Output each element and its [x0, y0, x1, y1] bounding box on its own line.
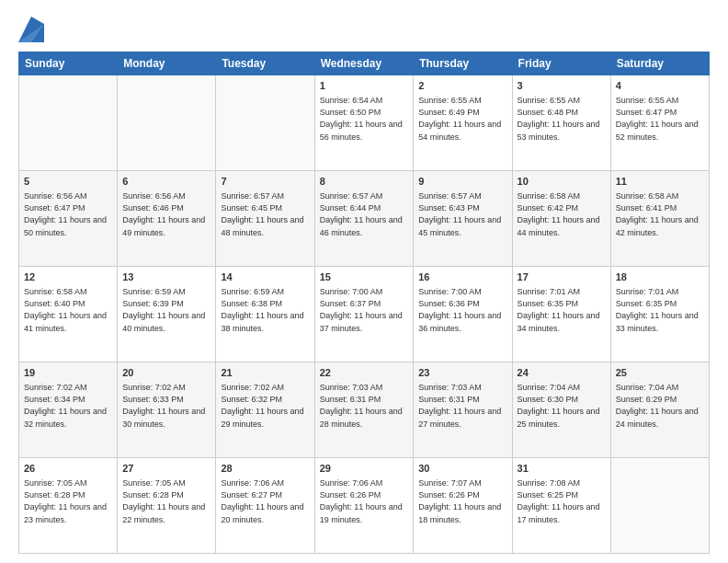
- day-info: Sunrise: 6:59 AM Sunset: 6:39 PM Dayligh…: [122, 286, 210, 334]
- calendar-cell: 29Sunrise: 7:06 AM Sunset: 6:26 PM Dayli…: [314, 458, 414, 554]
- calendar-cell: 18Sunrise: 7:01 AM Sunset: 6:35 PM Dayli…: [610, 267, 709, 362]
- day-info: Sunrise: 7:08 AM Sunset: 6:25 PM Dayligh…: [518, 477, 606, 525]
- weekday-header-wednesday: Wednesday: [314, 52, 414, 75]
- day-number: 23: [418, 366, 506, 380]
- day-info: Sunrise: 7:04 AM Sunset: 6:29 PM Dayligh…: [616, 382, 704, 430]
- day-number: 11: [616, 175, 704, 189]
- calendar-cell: 17Sunrise: 7:01 AM Sunset: 6:35 PM Dayli…: [512, 267, 610, 362]
- day-info: Sunrise: 7:02 AM Sunset: 6:34 PM Dayligh…: [24, 382, 112, 430]
- day-number: 15: [320, 270, 409, 284]
- calendar-cell: 16Sunrise: 7:00 AM Sunset: 6:36 PM Dayli…: [414, 267, 512, 362]
- day-number: 27: [122, 462, 210, 476]
- day-number: 30: [418, 462, 506, 476]
- day-number: 2: [418, 79, 506, 93]
- day-number: 19: [24, 366, 112, 380]
- day-info: Sunrise: 6:55 AM Sunset: 6:49 PM Dayligh…: [418, 95, 506, 143]
- page: SundayMondayTuesdayWednesdayThursdayFrid…: [0, 0, 728, 563]
- day-info: Sunrise: 7:07 AM Sunset: 6:26 PM Dayligh…: [418, 477, 506, 525]
- weekday-header-friday: Friday: [512, 52, 610, 75]
- header: [18, 15, 710, 42]
- calendar-cell: 1Sunrise: 6:54 AM Sunset: 6:50 PM Daylig…: [314, 75, 414, 171]
- day-number: 9: [418, 175, 506, 189]
- day-info: Sunrise: 6:58 AM Sunset: 6:42 PM Dayligh…: [518, 190, 606, 238]
- day-number: 7: [221, 175, 309, 189]
- calendar-cell: 28Sunrise: 7:06 AM Sunset: 6:27 PM Dayli…: [216, 458, 314, 554]
- day-info: Sunrise: 7:01 AM Sunset: 6:35 PM Dayligh…: [616, 286, 704, 334]
- day-number: 12: [24, 270, 112, 284]
- weekday-header-monday: Monday: [118, 52, 216, 75]
- calendar-cell: 10Sunrise: 6:58 AM Sunset: 6:42 PM Dayli…: [512, 171, 610, 267]
- day-number: 21: [221, 366, 309, 380]
- calendar-cell: [118, 75, 216, 171]
- day-info: Sunrise: 7:00 AM Sunset: 6:36 PM Dayligh…: [418, 286, 506, 334]
- calendar-cell: 2Sunrise: 6:55 AM Sunset: 6:49 PM Daylig…: [414, 75, 512, 171]
- day-number: 13: [122, 270, 210, 284]
- calendar: SundayMondayTuesdayWednesdayThursdayFrid…: [18, 52, 710, 554]
- day-info: Sunrise: 7:06 AM Sunset: 6:26 PM Dayligh…: [320, 477, 409, 525]
- calendar-cell: 4Sunrise: 6:55 AM Sunset: 6:47 PM Daylig…: [610, 75, 709, 171]
- day-info: Sunrise: 6:58 AM Sunset: 6:41 PM Dayligh…: [616, 190, 704, 238]
- calendar-cell: 26Sunrise: 7:05 AM Sunset: 6:28 PM Dayli…: [19, 458, 118, 554]
- day-number: 10: [518, 175, 606, 189]
- calendar-cell: 11Sunrise: 6:58 AM Sunset: 6:41 PM Dayli…: [610, 171, 709, 267]
- calendar-cell: 8Sunrise: 6:57 AM Sunset: 6:44 PM Daylig…: [314, 171, 414, 267]
- calendar-cell: 21Sunrise: 7:02 AM Sunset: 6:32 PM Dayli…: [216, 362, 314, 458]
- day-info: Sunrise: 7:03 AM Sunset: 6:31 PM Dayligh…: [320, 382, 409, 430]
- day-number: 31: [518, 462, 606, 476]
- day-info: Sunrise: 6:57 AM Sunset: 6:43 PM Dayligh…: [418, 190, 506, 238]
- week-row-2: 5Sunrise: 6:56 AM Sunset: 6:47 PM Daylig…: [19, 171, 710, 267]
- day-info: Sunrise: 6:57 AM Sunset: 6:45 PM Dayligh…: [221, 190, 309, 238]
- calendar-cell: 31Sunrise: 7:08 AM Sunset: 6:25 PM Dayli…: [512, 458, 610, 554]
- calendar-cell: 13Sunrise: 6:59 AM Sunset: 6:39 PM Dayli…: [118, 267, 216, 362]
- weekday-header-thursday: Thursday: [414, 52, 512, 75]
- calendar-cell: 5Sunrise: 6:56 AM Sunset: 6:47 PM Daylig…: [19, 171, 118, 267]
- calendar-cell: 14Sunrise: 6:59 AM Sunset: 6:38 PM Dayli…: [216, 267, 314, 362]
- day-number: 18: [616, 270, 704, 284]
- day-number: 4: [616, 79, 704, 93]
- day-info: Sunrise: 6:58 AM Sunset: 6:40 PM Dayligh…: [24, 286, 112, 334]
- day-info: Sunrise: 7:02 AM Sunset: 6:33 PM Dayligh…: [122, 382, 210, 430]
- day-info: Sunrise: 6:54 AM Sunset: 6:50 PM Dayligh…: [320, 95, 409, 143]
- weekday-header-tuesday: Tuesday: [216, 52, 314, 75]
- day-info: Sunrise: 6:56 AM Sunset: 6:46 PM Dayligh…: [122, 190, 210, 238]
- calendar-cell: 20Sunrise: 7:02 AM Sunset: 6:33 PM Dayli…: [118, 362, 216, 458]
- day-number: 25: [616, 366, 704, 380]
- day-info: Sunrise: 7:01 AM Sunset: 6:35 PM Dayligh…: [518, 286, 606, 334]
- day-info: Sunrise: 6:56 AM Sunset: 6:47 PM Dayligh…: [24, 190, 112, 238]
- week-row-3: 12Sunrise: 6:58 AM Sunset: 6:40 PM Dayli…: [19, 267, 710, 362]
- day-info: Sunrise: 6:55 AM Sunset: 6:48 PM Dayligh…: [518, 95, 606, 143]
- day-number: 8: [320, 175, 409, 189]
- day-info: Sunrise: 7:05 AM Sunset: 6:28 PM Dayligh…: [24, 477, 112, 525]
- day-info: Sunrise: 7:04 AM Sunset: 6:30 PM Dayligh…: [518, 382, 606, 430]
- calendar-cell: 15Sunrise: 7:00 AM Sunset: 6:37 PM Dayli…: [314, 267, 414, 362]
- calendar-cell: 7Sunrise: 6:57 AM Sunset: 6:45 PM Daylig…: [216, 171, 314, 267]
- calendar-cell: [216, 75, 314, 171]
- weekday-header-sunday: Sunday: [19, 52, 118, 75]
- weekday-header-row: SundayMondayTuesdayWednesdayThursdayFrid…: [19, 52, 710, 75]
- day-number: 1: [320, 79, 409, 93]
- week-row-4: 19Sunrise: 7:02 AM Sunset: 6:34 PM Dayli…: [19, 362, 710, 458]
- logo-icon: [18, 17, 44, 42]
- day-info: Sunrise: 6:59 AM Sunset: 6:38 PM Dayligh…: [221, 286, 309, 334]
- calendar-cell: 6Sunrise: 6:56 AM Sunset: 6:46 PM Daylig…: [118, 171, 216, 267]
- week-row-1: 1Sunrise: 6:54 AM Sunset: 6:50 PM Daylig…: [19, 75, 710, 171]
- day-info: Sunrise: 7:00 AM Sunset: 6:37 PM Dayligh…: [320, 286, 409, 334]
- calendar-cell: 9Sunrise: 6:57 AM Sunset: 6:43 PM Daylig…: [414, 171, 512, 267]
- day-number: 16: [418, 270, 506, 284]
- calendar-cell: 25Sunrise: 7:04 AM Sunset: 6:29 PM Dayli…: [610, 362, 709, 458]
- day-info: Sunrise: 7:02 AM Sunset: 6:32 PM Dayligh…: [221, 382, 309, 430]
- calendar-cell: 23Sunrise: 7:03 AM Sunset: 6:31 PM Dayli…: [414, 362, 512, 458]
- calendar-cell: 3Sunrise: 6:55 AM Sunset: 6:48 PM Daylig…: [512, 75, 610, 171]
- day-info: Sunrise: 6:57 AM Sunset: 6:44 PM Dayligh…: [320, 190, 409, 238]
- day-number: 17: [518, 270, 606, 284]
- day-number: 3: [518, 79, 606, 93]
- day-number: 20: [122, 366, 210, 380]
- day-number: 29: [320, 462, 409, 476]
- day-info: Sunrise: 7:05 AM Sunset: 6:28 PM Dayligh…: [122, 477, 210, 525]
- day-number: 24: [518, 366, 606, 380]
- calendar-cell: 19Sunrise: 7:02 AM Sunset: 6:34 PM Dayli…: [19, 362, 118, 458]
- day-info: Sunrise: 7:03 AM Sunset: 6:31 PM Dayligh…: [418, 382, 506, 430]
- calendar-cell: [19, 75, 118, 171]
- logo: [18, 15, 48, 42]
- day-number: 22: [320, 366, 409, 380]
